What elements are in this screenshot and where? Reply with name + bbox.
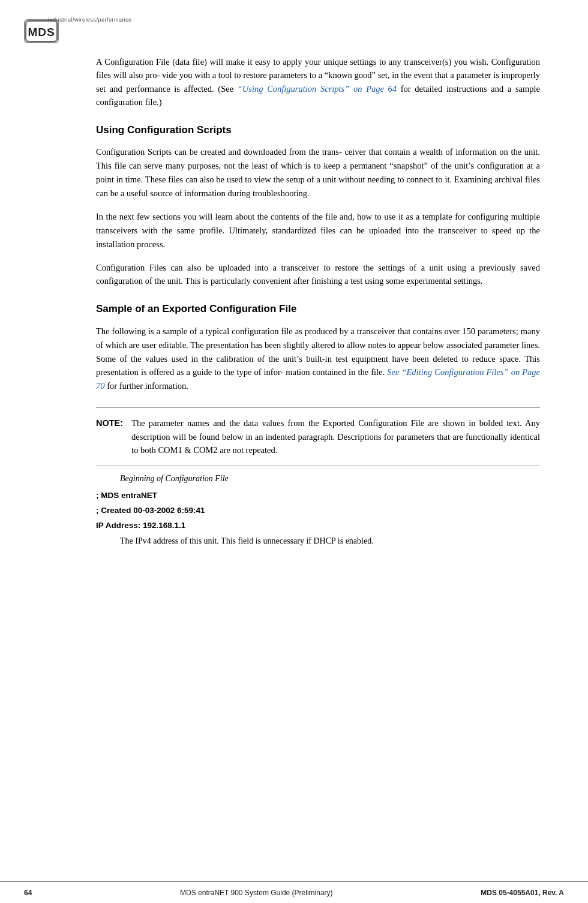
config-line-created: ; Created 00-03-2002 6:59:41 bbox=[96, 505, 540, 517]
footer: 64 MDS entraNET 900 System Guide (Prelim… bbox=[0, 881, 588, 903]
config-file-section: Beginning of Configuration File ; MDS en… bbox=[96, 472, 540, 547]
section1-para3: Configuration Files can also be uploaded… bbox=[96, 261, 540, 289]
note-section: NOTE: The parameter names and the data v… bbox=[96, 407, 540, 466]
footer-doc-id: MDS 05-4055A01, Rev. A bbox=[481, 889, 564, 897]
section1-para1: Configuration Scripts can be created and… bbox=[96, 145, 540, 200]
section1-heading: Using Configuration Scripts bbox=[96, 122, 540, 138]
intro-paragraph: A Configuration File (data file) will ma… bbox=[96, 55, 540, 109]
mds-logo-icon: MDS bbox=[25, 20, 58, 42]
config-line-mds: ; MDS entraNET bbox=[96, 490, 540, 502]
note-text: The parameter names and the data values … bbox=[131, 416, 540, 457]
section2-link[interactable]: See “Editing Configuration Files” on Pag… bbox=[96, 367, 540, 391]
section2-para1: The following is a sample of a typical c… bbox=[96, 325, 540, 394]
config-ip-desc: The IPv4 address of this unit. This fiel… bbox=[120, 535, 540, 547]
config-file-label: Beginning of Configuration File bbox=[120, 472, 540, 485]
section1-para2: In the next few sections you will learn … bbox=[96, 210, 540, 251]
page: industrial/wireless/performance MDS A Co… bbox=[0, 0, 588, 903]
tagline: industrial/wireless/performance bbox=[48, 17, 132, 23]
footer-center: MDS entraNET 900 System Guide (Prelimina… bbox=[180, 889, 333, 897]
intro-link[interactable]: “Using Configuration Scripts” on Page 64 bbox=[238, 84, 397, 94]
header: industrial/wireless/performance MDS bbox=[0, 0, 588, 43]
main-content: A Configuration File (data file) will ma… bbox=[0, 43, 588, 562]
svg-text:MDS: MDS bbox=[28, 26, 55, 38]
config-line-ip: IP Address: 192.168.1.1 bbox=[96, 520, 540, 532]
footer-page-number: 64 bbox=[24, 889, 32, 897]
note-label: NOTE: bbox=[96, 416, 123, 430]
section2-heading: Sample of an Exported Configuration File bbox=[96, 301, 540, 317]
